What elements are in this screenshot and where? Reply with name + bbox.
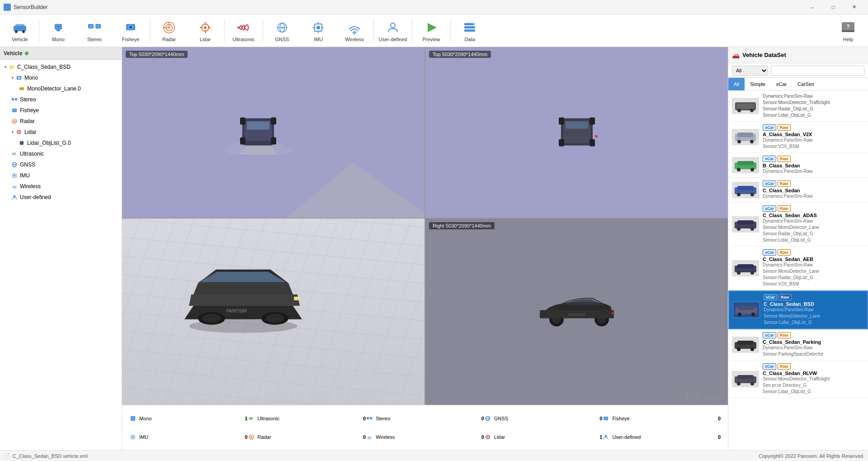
svg-point-80: [595, 135, 598, 138]
sep2: [150, 19, 150, 42]
maximize-button[interactable]: □: [823, 0, 844, 14]
dataset-item-6[interactable]: xCar Raw C_Class_Sedan_BSD Dynamics:Pano…: [728, 290, 868, 329]
dataset-item-4[interactable]: xCar Raw C_Class_Sedan_ADAS Dynamics:Pan…: [728, 203, 868, 247]
close-button[interactable]: ✕: [844, 0, 864, 14]
filter-select[interactable]: All Simple xCar CarSim: [732, 66, 768, 76]
tree-label-stereo: Stereo: [20, 96, 36, 103]
tree-item-gnss[interactable]: GNSS: [0, 159, 122, 170]
tree-label-mono: Mono: [24, 75, 38, 81]
svg-point-148: [737, 382, 741, 385]
tree-item-fisheye[interactable]: Fisheye: [0, 105, 122, 116]
dataset-item-3[interactable]: xCar Raw C_Class_Sedan Dynamics:PanoSim-…: [728, 178, 868, 203]
ds-meta-5: Dynamics:PanoSim-RawSensor:MonoDetector_…: [763, 262, 864, 287]
stereo-icon: [86, 19, 103, 36]
sep7: [450, 19, 451, 42]
ds-meta-1: Dynamics:PanoSim-RawSensor:V2X_BSM: [763, 137, 864, 150]
car-3d-view: PANOSIM: [166, 247, 320, 337]
minimize-button[interactable]: –: [802, 0, 823, 14]
tab-carsim[interactable]: CarSim: [792, 78, 820, 90]
stat-gnss-icon: [484, 415, 491, 422]
ds-name-6: C_Class_Sedan_BSD: [764, 301, 863, 307]
dataset-item-1[interactable]: xCar Raw A_Class_Sedan_V2X Dynamics:Pano…: [728, 122, 868, 153]
dataset-item-5[interactable]: xCar Raw C_Class_Sedan_AEB Dynamics:Pano…: [728, 247, 868, 290]
toolbar-wireless[interactable]: Wireless: [336, 15, 373, 46]
tree-item-stereo[interactable]: Stereo: [0, 94, 122, 105]
dataset-item-7[interactable]: xCar Raw C_Class_Sedan_Parking Dynamics:…: [728, 329, 868, 361]
tree-label-mono-detector: MonoDetector_Lane.0: [27, 86, 81, 92]
svg-rect-77: [559, 139, 564, 146]
tree-item-lidar-group[interactable]: ▼ Lidar: [0, 127, 122, 138]
tab-all[interactable]: All: [728, 78, 745, 90]
toolbar-gnss[interactable]: GNSS: [264, 15, 300, 46]
ds-thumb-8: [732, 371, 759, 387]
toolbar-data[interactable]: Data: [452, 15, 488, 46]
tab-xcar[interactable]: xCar: [771, 78, 792, 90]
viewport-right[interactable]: Right 5030*2090*1440mm PA: [425, 219, 728, 405]
svg-point-120: [737, 140, 741, 143]
dataset-item-0[interactable]: Dynamics:PanoSim-RawSensor:MonoDetector_…: [728, 90, 868, 122]
tree-item-mono-detector[interactable]: MonoDetector_Lane.0: [0, 83, 122, 94]
viewport-top-right[interactable]: Top 5030*2090*1440mm: [425, 47, 728, 218]
toolbar-help[interactable]: ? Help: [830, 15, 866, 46]
stat-wireless-label: Wireless: [376, 434, 476, 440]
mono-label: Mono: [52, 37, 65, 42]
tree-label-wireless: Wireless: [20, 183, 41, 190]
toolbar-imu[interactable]: IMU: [300, 15, 336, 46]
toolbar-lidar[interactable]: Lidar: [187, 15, 223, 46]
svg-rect-70: [240, 137, 245, 144]
imu-tree-icon: [11, 172, 18, 179]
viewport-3d[interactable]: PANOSIM: [122, 219, 425, 405]
ultrasonic-icon: [236, 19, 252, 36]
lidar-tree-icon: [15, 128, 23, 136]
tree-item-lidar-obj[interactable]: Lidar_ObjList_G.0: [0, 138, 122, 148]
ds-thumb-1: [732, 129, 759, 145]
stereo-label: Stereo: [87, 37, 102, 42]
ds-badges-3: xCar Raw: [763, 181, 864, 187]
ultrasonic-tree-icon: [11, 150, 18, 157]
svg-point-6: [57, 26, 59, 28]
ds-info-7: xCar Raw C_Class_Sedan_Parking Dynamics:…: [763, 332, 864, 357]
tree-item-wireless[interactable]: Wireless: [0, 181, 122, 192]
center-panel: Top 5030*2090*1440mm: [122, 47, 728, 450]
toolbar-stereo[interactable]: Stereo: [76, 15, 113, 46]
toolbar-user-defined[interactable]: User-defined: [375, 15, 411, 46]
tree-item-ultrasonic[interactable]: Ultrasonic: [0, 148, 122, 159]
copyright: Copyright© 2022 Panosim. All Rights Rese…: [759, 453, 864, 459]
toolbar-radar[interactable]: Radar: [151, 15, 187, 46]
stat-ultrasonic-label: Ultrasonic: [258, 416, 358, 421]
filter-search-input[interactable]: [771, 66, 864, 76]
tree-item-user-defined[interactable]: User-defined: [0, 192, 122, 203]
toolbar-fisheye[interactable]: Fisheye: [113, 15, 149, 46]
svg-rect-147: [737, 375, 754, 379]
stat-wireless-icon: [366, 433, 373, 441]
dataset-item-8[interactable]: xCar Raw C_Class_Sedan_RLVW Sensor:MonoD…: [728, 361, 868, 398]
dataset-item-2[interactable]: xCar Raw B_Class_Sedan Dynamics:PanoSim-…: [728, 153, 868, 178]
sensor-stats-bar: Mono 1 Ultrasonic 0 Stereo 0: [122, 405, 728, 450]
svg-rect-44: [842, 30, 854, 32]
toolbar-ultrasonic[interactable]: Ultrasonic: [226, 15, 262, 46]
svg-point-106: [132, 436, 134, 438]
stat-imu-value: 0: [242, 434, 248, 440]
watermark: 知乎 @Di...: [684, 392, 726, 403]
tree-item-imu[interactable]: IMU: [0, 170, 122, 181]
svg-point-125: [750, 168, 754, 171]
dataset-icon: 🚗: [732, 52, 740, 59]
toolbar-preview[interactable]: Preview: [413, 15, 449, 46]
ultrasonic-label: Ultrasonic: [233, 37, 255, 42]
toolbar-vehicle[interactable]: Vehicle: [2, 15, 38, 46]
tab-simple[interactable]: Simple: [745, 78, 771, 90]
tree-item-mono-group[interactable]: ▼ Mono: [0, 72, 122, 83]
svg-text:PANOSIM: PANOSIM: [226, 309, 247, 314]
viewport-top-right-label: Top 5030*2090*1440mm: [429, 51, 491, 58]
svg-point-64: [14, 189, 15, 190]
ds-meta-3: Dynamics:PanoSim-Raw: [763, 193, 864, 200]
file-icon: 📄: [4, 453, 10, 459]
tree-item-root[interactable]: ▼ 📁 C_Class_Sedan_BSD: [0, 62, 122, 72]
sep3: [224, 19, 225, 42]
viewport-top-left[interactable]: Top 5030*2090*1440mm: [122, 47, 425, 218]
toolbar-mono[interactable]: Mono: [40, 15, 76, 46]
svg-rect-131: [737, 220, 754, 224]
svg-point-141: [751, 313, 755, 316]
svg-rect-69: [271, 117, 276, 124]
tree-item-radar[interactable]: Radar: [0, 116, 122, 127]
